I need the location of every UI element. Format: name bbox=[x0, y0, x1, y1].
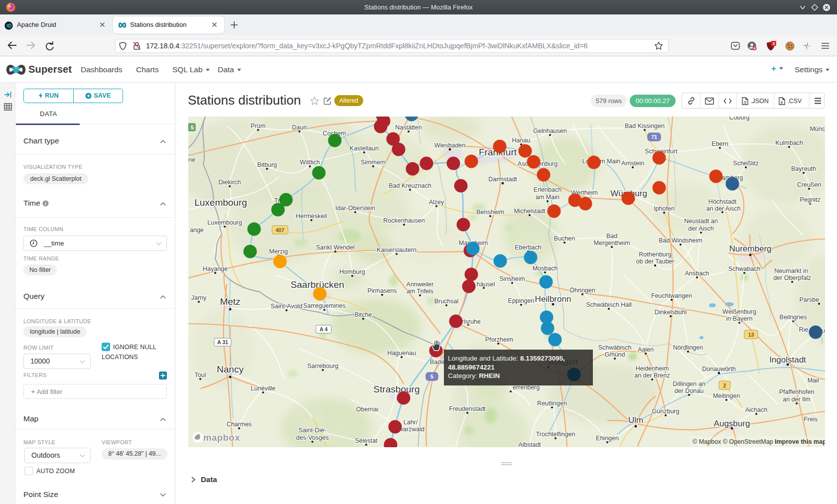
svg-text:Sinsheim: Sinsheim bbox=[499, 275, 525, 282]
svg-text:häusel: häusel bbox=[477, 281, 495, 288]
svg-text:Coburg: Coburg bbox=[729, 117, 750, 121]
svg-text:Arnstein: Arnstein bbox=[621, 160, 644, 167]
svg-text:der Oberpfalz: der Oberpfalz bbox=[773, 274, 811, 281]
svg-text:Saint-Avold: Saint-Avold bbox=[271, 303, 302, 310]
svg-text:Ulm: Ulm bbox=[628, 415, 643, 425]
svg-text:Schwabach: Schwabach bbox=[728, 265, 761, 272]
svg-text:Buchen: Buchen bbox=[554, 235, 575, 242]
svg-text:Dillingen an: Dillingen an bbox=[673, 380, 705, 387]
svg-text:Hermeskeil: Hermeskeil bbox=[296, 213, 327, 220]
svg-text:Eberbach: Eberbach bbox=[515, 244, 542, 251]
svg-text:Pfaffenhofen: Pfaffenhofen bbox=[779, 388, 815, 395]
svg-text:Toul: Toul bbox=[195, 372, 206, 378]
svg-text:Ansbach: Ansbach bbox=[685, 270, 709, 277]
svg-text:Bensheim: Bensheim bbox=[476, 209, 504, 216]
svg-text:mapbox: mapbox bbox=[203, 432, 240, 443]
svg-text:Rie: Rie bbox=[799, 326, 809, 333]
svg-text:Wiesbaden: Wiesbaden bbox=[434, 142, 466, 149]
svg-text:Michelstadt: Michelstadt bbox=[514, 208, 546, 215]
svg-text:Prüm: Prüm bbox=[251, 123, 266, 129]
svg-text:Pforzheim: Pforzheim bbox=[485, 336, 513, 343]
svg-text:A 31: A 31 bbox=[217, 339, 228, 345]
svg-text:Bitburg: Bitburg bbox=[257, 161, 277, 168]
svg-text:an der Ilm: an der Ilm bbox=[783, 396, 811, 403]
svg-text:Idar-Oberstein: Idar-Oberstein bbox=[335, 205, 375, 212]
svg-text:Freudenstadt: Freudenstadt bbox=[449, 405, 486, 412]
svg-text:Freis: Freis bbox=[804, 416, 818, 423]
svg-text:Ehingen: Ehingen bbox=[596, 435, 619, 442]
svg-text:Simmern: Simmern bbox=[361, 159, 386, 166]
svg-text:Homburg: Homburg bbox=[339, 268, 365, 275]
svg-text:Hayange: Hayange bbox=[203, 265, 228, 272]
svg-text:Öhringen: Öhringen bbox=[569, 287, 595, 294]
svg-text:Münc: Münc bbox=[810, 126, 825, 132]
svg-text:Eppingen: Eppingen bbox=[508, 297, 535, 304]
svg-text:Donauwörth: Donauwörth bbox=[702, 366, 735, 373]
svg-text:Pegnitz: Pegnitz bbox=[800, 196, 821, 203]
svg-text:Kulmbach: Kulmbach bbox=[775, 139, 803, 146]
svg-text:Sélestat: Sélestat bbox=[355, 437, 378, 444]
svg-text:Schwäbisch Hall: Schwäbisch Hall bbox=[586, 301, 632, 308]
svg-text:Rothenburg: Rothenburg bbox=[639, 251, 671, 258]
svg-text:Hanau: Hanau bbox=[512, 137, 531, 144]
svg-text:Alzey: Alzey bbox=[429, 199, 444, 206]
svg-text:Sarrebourg: Sarrebourg bbox=[307, 363, 339, 370]
svg-text:Dinkelsbühl: Dinkelsbühl bbox=[655, 309, 687, 316]
svg-text:Merzig: Merzig bbox=[269, 248, 288, 255]
svg-text:Haguenau: Haguenau bbox=[387, 350, 416, 357]
svg-text:13: 13 bbox=[748, 332, 754, 338]
svg-text:Reutlingen: Reutlingen bbox=[537, 400, 567, 407]
svg-text:Mosbach: Mosbach bbox=[533, 265, 558, 272]
svg-text:Aalen: Aalen bbox=[638, 346, 654, 353]
svg-text:Nördlingen: Nördlingen bbox=[673, 344, 703, 351]
svg-text:am Trifels: am Trifels bbox=[407, 288, 433, 295]
svg-text:Neumarkt in: Neumarkt in bbox=[774, 267, 808, 274]
svg-text:Pirmasens: Pirmasens bbox=[367, 287, 397, 294]
svg-text:Annweiler: Annweiler bbox=[407, 281, 434, 288]
svg-text:48.8859674221: 48.8859674221 bbox=[448, 364, 495, 371]
svg-text:Bad: Bad bbox=[606, 233, 617, 240]
svg-text:Bayreuth: Bayreuth bbox=[791, 165, 816, 172]
svg-text:Bruchsal: Bruchsal bbox=[434, 298, 459, 305]
svg-text:Gmünd: Gmünd bbox=[605, 351, 625, 358]
svg-text:Neustadt an: Neustadt an bbox=[684, 218, 717, 225]
svg-text:Nastätten: Nastätten bbox=[395, 124, 422, 131]
svg-text:Diekirch: Diekirch bbox=[218, 179, 241, 186]
svg-text:Höchstadt: Höchstadt bbox=[708, 198, 737, 205]
svg-text:an der Aisch: an der Aisch bbox=[706, 205, 741, 212]
svg-text:Bad Kissingen: Bad Kissingen bbox=[625, 123, 665, 129]
svg-text:Iphofen: Iphofen bbox=[654, 205, 675, 212]
svg-text:Heidenheim: Heidenheim bbox=[636, 365, 669, 372]
svg-text:der Aisch: der Aisch bbox=[688, 225, 713, 232]
svg-text:Augsburg: Augsburg bbox=[714, 419, 750, 428]
svg-text:2: 2 bbox=[773, 41, 775, 46]
svg-text:Günzburg: Günzburg bbox=[652, 408, 680, 415]
svg-text:Metz: Metz bbox=[220, 296, 240, 307]
svg-text:Ingolstadt: Ingolstadt bbox=[769, 355, 806, 365]
svg-text:5: 5 bbox=[191, 125, 194, 130]
svg-text:Albstadt: Albstadt bbox=[518, 441, 541, 447]
svg-text:Wittlich: Wittlich bbox=[300, 159, 320, 166]
svg-text:Ebern: Ebern bbox=[711, 140, 728, 147]
svg-text:Bad Windsheim: Bad Windsheim bbox=[659, 237, 702, 244]
svg-text:Lahr/: Lahr/ bbox=[404, 419, 418, 426]
svg-text:der Donau: der Donau bbox=[675, 387, 703, 394]
svg-text:ne: ne bbox=[188, 156, 195, 163]
svg-text:an der Brenz: an der Brenz bbox=[634, 372, 670, 379]
svg-text:Kastellaun: Kastellaun bbox=[350, 145, 379, 152]
svg-text:Strasbourg: Strasbourg bbox=[374, 384, 420, 394]
svg-text:Category: RHEIN: Category: RHEIN bbox=[448, 372, 500, 379]
svg-text:des-Vosges: des-Vosges bbox=[296, 434, 328, 441]
svg-text:Bitche: Bitche bbox=[355, 311, 372, 318]
svg-text:Lunéville: Lunéville bbox=[251, 385, 275, 392]
svg-text:Luxembourg: Luxembourg bbox=[194, 197, 247, 208]
svg-text:Trochtelfingen: Trochtelfingen bbox=[536, 431, 575, 438]
svg-text:Feuchtwangen: Feuchtwangen bbox=[651, 292, 692, 299]
svg-text:am Main: am Main bbox=[536, 194, 559, 201]
svg-text:Creußen: Creußen bbox=[797, 181, 822, 188]
svg-text:Kaiserslautern: Kaiserslautern bbox=[377, 247, 417, 253]
svg-text:71: 71 bbox=[651, 134, 657, 140]
svg-text:Scheßlitz: Scheßlitz bbox=[733, 160, 758, 167]
svg-text:A 4: A 4 bbox=[320, 326, 328, 332]
svg-text:Nancy: Nancy bbox=[217, 364, 244, 375]
